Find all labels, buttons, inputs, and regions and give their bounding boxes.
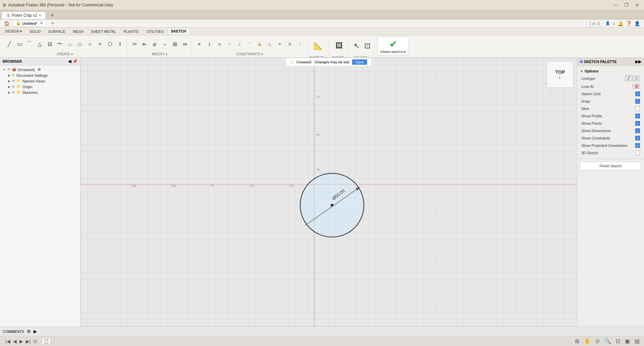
ellipse-tool[interactable]: ⬭ xyxy=(75,37,85,52)
view-cube[interactable]: TOP Z↑ xyxy=(547,61,574,88)
finish-sketch-palette-button[interactable]: Finish Sketch xyxy=(580,162,641,170)
equal-tool[interactable]: = xyxy=(95,37,105,52)
coincident-tool[interactable]: ⊕ xyxy=(195,37,204,52)
mirror-tool[interactable]: ⇔ xyxy=(180,37,190,52)
nav-play-button[interactable]: ▶ xyxy=(19,338,24,345)
select-btn[interactable]: ↖ xyxy=(352,37,362,55)
sym-tool[interactable]: ↕ xyxy=(295,37,305,52)
notification-icon[interactable]: 🔔 xyxy=(618,21,623,26)
close-button[interactable]: ✕ xyxy=(633,2,641,8)
display-tool[interactable]: ▤ xyxy=(633,337,641,345)
doc-tab-add-button[interactable]: ＋ xyxy=(47,20,58,27)
tab-solid[interactable]: SOLID xyxy=(26,28,44,35)
arc-tool[interactable]: ⌒ xyxy=(25,37,34,52)
trim-tool[interactable]: ✂ xyxy=(130,37,139,52)
tab-sketch[interactable]: SKETCH xyxy=(167,28,190,35)
constraints-label[interactable]: CONSTRAINTS ▾ xyxy=(236,52,263,56)
tab-surface[interactable]: SURFACE xyxy=(44,28,69,35)
nav-last-button[interactable]: ⊡ xyxy=(33,338,38,345)
insert-image-btn[interactable]: 🖼 xyxy=(333,37,345,55)
3d-sketch-checkbox[interactable] xyxy=(635,151,640,155)
origin-eye-icon[interactable]: 👁 xyxy=(12,85,15,89)
modify-label[interactable]: MODIFY ▾ xyxy=(152,52,167,56)
polygon-tool[interactable]: ⬡ xyxy=(105,37,115,52)
collinear-tool[interactable]: ∥ xyxy=(205,37,214,52)
tab-mesh[interactable]: MESH xyxy=(69,28,87,35)
browser-item-sketches[interactable]: ▶ 👁 📁 Sketches xyxy=(0,90,80,95)
spline-tool[interactable]: 〜 xyxy=(55,37,64,52)
show-points-checkbox[interactable] xyxy=(635,121,640,126)
show-projected-checkbox[interactable] xyxy=(635,143,640,148)
break-tool[interactable]: ⌀ xyxy=(150,37,159,52)
show-profile-checkbox[interactable] xyxy=(635,114,640,118)
user-icon[interactable]: 👤 xyxy=(634,21,640,26)
design-dropdown-btn[interactable]: DESIGN ▾ xyxy=(1,28,26,35)
nav-next-button[interactable]: ▶| xyxy=(25,338,32,345)
finish-sketch-button[interactable]: ✔ FINISH SKETCH ▾ xyxy=(377,37,409,55)
show-constraints-checkbox[interactable] xyxy=(635,136,640,140)
visibility-icon[interactable]: 👁 xyxy=(7,68,10,71)
tab-close-icon[interactable]: ✕ xyxy=(39,13,42,18)
restore-button[interactable]: ❐ xyxy=(622,2,631,8)
concentric-tool[interactable]: ◎ xyxy=(215,37,224,52)
line-tool[interactable]: ╱ xyxy=(5,37,14,52)
sketch-circle[interactable] xyxy=(300,173,364,237)
midpoint-tool[interactable]: ✕ xyxy=(275,37,284,52)
nav-prev-button[interactable]: ◀ xyxy=(12,338,17,345)
show-dimensions-checkbox[interactable] xyxy=(635,128,640,133)
sketches-eye-icon[interactable]: 👁 xyxy=(12,91,15,94)
triangle-tool[interactable]: △ xyxy=(35,37,44,52)
comments-expand-icon[interactable]: ▶ xyxy=(34,329,37,334)
settings-icon[interactable]: ⚙ xyxy=(38,67,41,72)
tab-sheet-metal[interactable]: SHEET METAL xyxy=(87,28,120,35)
freeform-tool[interactable]: 〻 xyxy=(115,37,125,52)
rect-sketch-tool[interactable]: ⊡ xyxy=(285,37,294,52)
doc-tab-close-icon[interactable]: ✕ xyxy=(40,21,43,25)
pan-tool[interactable]: ✋ xyxy=(582,337,592,345)
sketch-palette-pin-icon[interactable]: ▶▶ xyxy=(635,59,641,64)
nav-first-button[interactable]: |◀ xyxy=(5,338,11,345)
browser-item-doc-settings[interactable]: ▶ ⚙ Document Settings xyxy=(0,72,80,78)
tab-utilities[interactable]: UTILITIES xyxy=(143,28,167,35)
tab-plastic[interactable]: PLASTIC xyxy=(120,28,143,35)
sketch-grid-checkbox[interactable] xyxy=(635,92,640,96)
pattern-tool[interactable]: ⊞ xyxy=(170,37,179,52)
inspect-btn[interactable]: 📐 xyxy=(312,37,325,55)
snap-checkbox[interactable] xyxy=(635,99,640,104)
slice-checkbox[interactable] xyxy=(635,106,640,111)
browser-collapse-icon[interactable]: ◀ xyxy=(68,59,71,64)
perpendicular-tool[interactable]: ⊥ xyxy=(235,37,244,52)
horizontal-tool[interactable]: ↔ xyxy=(225,37,234,52)
canvas-area[interactable]: ⚠ Unsaved: Changes may be lost Save 75 5… xyxy=(80,58,577,327)
rectangle-tool[interactable]: ▭ xyxy=(15,37,24,52)
extend-tool[interactable]: ⇤ xyxy=(140,37,149,52)
zoom-tool[interactable]: 🔍 xyxy=(603,337,613,345)
help-icon[interactable]: ❓ xyxy=(626,21,632,26)
tangent-tool[interactable]: ⌒ xyxy=(245,37,254,52)
browser-pin-icon[interactable]: 📌 xyxy=(72,59,77,64)
lock-tool[interactable]: 🔒 xyxy=(255,37,264,52)
new-tab-button[interactable]: ＋ xyxy=(47,11,58,19)
create-label[interactable]: CREATE ▾ xyxy=(57,52,73,56)
file-tab-poker-chip[interactable]: 🃏 Poker Chip v2 ✕ xyxy=(1,11,46,19)
browser-item-named-views[interactable]: ▶ 👁 📁 Named Views xyxy=(0,78,80,84)
options-section-header[interactable]: ▼ Options xyxy=(577,68,644,74)
comments-settings-icon[interactable]: ⚙ xyxy=(27,329,31,334)
named-views-eye-icon[interactable]: 👁 xyxy=(12,79,15,83)
doc-tab-untitled[interactable]: 🔒 Untitled* ✕ xyxy=(12,20,47,26)
fillet-tool[interactable]: ⌣ xyxy=(160,37,169,52)
linetype-construction-btn[interactable]: □ xyxy=(633,75,640,81)
slot-tool[interactable]: ⊟ xyxy=(45,37,54,52)
minimize-button[interactable]: ─ xyxy=(612,2,620,8)
browser-item-origin[interactable]: ▶ 👁 📁 Origin xyxy=(0,84,80,90)
conic-curve-tool[interactable]: ⌓ xyxy=(65,37,74,52)
browser-item-root[interactable]: ▼ 👁 📦 (Unsaved) ⚙ xyxy=(0,67,80,72)
home-icon[interactable]: 🏠 xyxy=(1,21,12,26)
equal-constraint-tool[interactable]: △ xyxy=(265,37,274,52)
timeline-item[interactable]: 📋 xyxy=(42,338,51,344)
circle-tool[interactable]: ○ xyxy=(85,37,95,52)
fit-tool[interactable]: ⊡ xyxy=(614,337,622,345)
view-toggle-tool[interactable]: ▣ xyxy=(623,337,632,345)
orbit-tool[interactable]: ⊙ xyxy=(594,337,601,345)
look-at-button[interactable]: 🎯 xyxy=(633,84,640,89)
